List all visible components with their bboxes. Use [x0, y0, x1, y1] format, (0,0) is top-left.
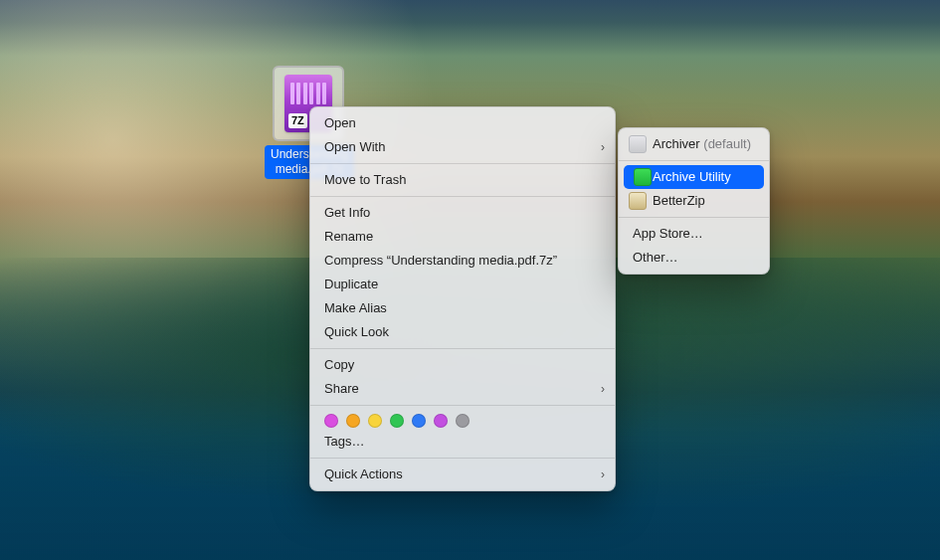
- app-icon: [634, 168, 652, 186]
- submenu-betterzip[interactable]: BetterZip: [619, 189, 769, 213]
- tag-dot[interactable]: [346, 414, 360, 428]
- menu-make-alias[interactable]: Make Alias: [310, 296, 615, 320]
- menu-separator: [619, 217, 769, 218]
- tag-dot[interactable]: [412, 414, 426, 428]
- tag-dot[interactable]: [324, 414, 338, 428]
- menu-compress[interactable]: Compress “Understanding media.pdf.7z”: [310, 249, 615, 273]
- app-icon: [629, 135, 647, 153]
- chevron-right-icon: ›: [601, 138, 605, 156]
- chevron-right-icon: ›: [601, 466, 605, 483]
- submenu-app-store[interactable]: App Store…: [619, 222, 769, 246]
- tag-dot[interactable]: [434, 414, 448, 428]
- tag-dot[interactable]: [456, 414, 470, 428]
- menu-open[interactable]: Open: [310, 111, 615, 135]
- file-extension-badge: 7Z: [288, 113, 307, 128]
- menu-duplicate[interactable]: Duplicate: [310, 273, 615, 296]
- submenu-archiver[interactable]: Archiver (default): [619, 132, 769, 156]
- menu-separator: [310, 196, 615, 197]
- menu-quick-actions[interactable]: Quick Actions ›: [310, 463, 615, 486]
- app-icon: [629, 192, 647, 210]
- menu-get-info[interactable]: Get Info: [310, 201, 615, 225]
- chevron-right-icon: ›: [601, 380, 605, 398]
- menu-separator: [310, 163, 615, 164]
- menu-quick-look[interactable]: Quick Look: [310, 320, 615, 344]
- tag-color-row: [310, 410, 615, 430]
- menu-separator: [310, 405, 615, 406]
- tag-dot[interactable]: [390, 414, 404, 428]
- menu-tags[interactable]: Tags…: [310, 430, 615, 454]
- menu-copy[interactable]: Copy: [310, 353, 615, 377]
- menu-separator: [310, 458, 615, 459]
- menu-move-to-trash[interactable]: Move to Trash: [310, 168, 615, 192]
- menu-share[interactable]: Share ›: [310, 377, 615, 401]
- context-menu: Open Open With › Move to Trash Get Info …: [309, 106, 616, 491]
- menu-open-with[interactable]: Open With ›: [310, 135, 615, 159]
- menu-separator: [619, 160, 769, 161]
- tag-dot[interactable]: [368, 414, 382, 428]
- menu-rename[interactable]: Rename: [310, 225, 615, 249]
- open-with-submenu: Archiver (default) Archive Utility Bette…: [618, 127, 770, 275]
- submenu-archive-utility[interactable]: Archive Utility: [624, 165, 764, 189]
- menu-separator: [310, 348, 615, 349]
- submenu-other[interactable]: Other…: [619, 246, 769, 270]
